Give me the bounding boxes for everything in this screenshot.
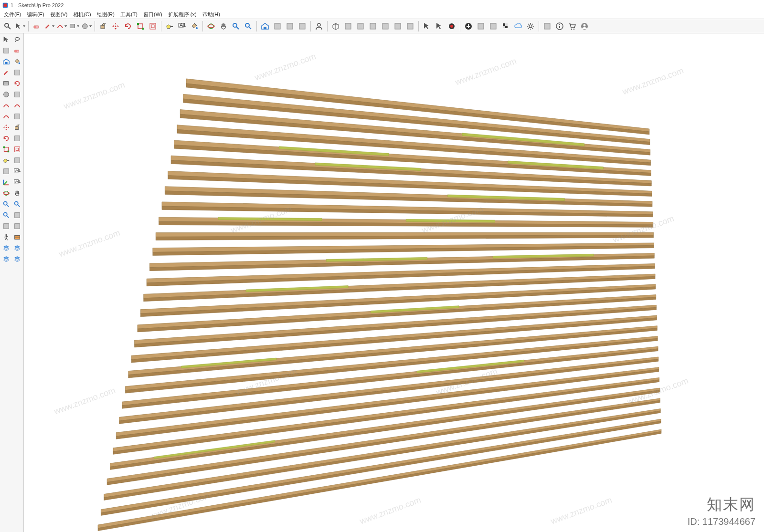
position-camera-icon[interactable] (1, 221, 11, 231)
menu-item[interactable]: 帮助(H) (200, 10, 223, 19)
gear-icon[interactable] (525, 21, 536, 32)
move-icon[interactable] (110, 21, 121, 32)
svg-rect-11 (137, 23, 139, 25)
select-all-icon[interactable] (421, 21, 433, 32)
viewport[interactable]: www.znzmo.comwww.znzmo.comwww.znzmo.comw… (24, 33, 764, 532)
sheet-icon[interactable] (488, 21, 499, 32)
iso-icon[interactable] (330, 21, 341, 32)
user-icon[interactable] (313, 21, 325, 32)
pushpull-icon[interactable] (12, 122, 22, 133)
rotate-icon[interactable] (1, 133, 11, 144)
zoom-icon[interactable] (1, 199, 11, 209)
orbit-icon[interactable] (1, 188, 11, 198)
zoom-extents-icon[interactable] (1, 210, 11, 220)
right-icon[interactable] (367, 21, 379, 32)
circle-icon[interactable] (1, 89, 11, 100)
window-icon[interactable] (541, 21, 553, 32)
rectangle-icon[interactable] (1, 78, 11, 89)
svg-rect-56 (4, 48, 9, 53)
pan-icon[interactable] (218, 21, 229, 32)
cart-icon[interactable] (566, 21, 578, 32)
polygon-icon[interactable] (12, 89, 22, 100)
offset-icon[interactable] (147, 21, 159, 32)
move-icon[interactable] (1, 122, 11, 133)
menu-item[interactable]: 相机(C) (70, 10, 94, 19)
tape-icon[interactable] (1, 155, 11, 166)
look-around-icon[interactable] (12, 221, 22, 231)
section-icon[interactable] (12, 232, 22, 242)
rotated-rect-icon[interactable] (12, 78, 22, 89)
record-icon[interactable] (446, 21, 457, 32)
zoom-extents-icon[interactable] (243, 21, 254, 32)
eraser-icon[interactable] (31, 21, 42, 32)
walk-icon[interactable] (1, 232, 11, 242)
checker-icon[interactable] (500, 21, 511, 32)
freehand-icon[interactable] (12, 67, 22, 78)
zoom-window-icon[interactable] (12, 199, 22, 209)
layers-icon[interactable] (1, 243, 11, 253)
layers3-icon[interactable] (1, 254, 11, 264)
menu-item[interactable]: 扩展程序 (x) (165, 10, 200, 19)
orbit-icon[interactable] (205, 21, 217, 32)
select-none-icon[interactable] (434, 21, 445, 32)
layers2-icon[interactable] (12, 243, 22, 253)
protractor-icon[interactable] (1, 166, 11, 177)
scale-icon[interactable] (135, 21, 146, 32)
arc-icon[interactable] (1, 100, 11, 111)
search-icon[interactable] (2, 21, 13, 32)
info-icon[interactable] (554, 21, 565, 32)
cloud-icon[interactable] (512, 21, 524, 32)
add-icon[interactable] (463, 21, 474, 32)
lasso-icon[interactable] (12, 34, 22, 45)
bottom-icon[interactable] (404, 21, 416, 32)
ext-manager-icon[interactable] (284, 21, 296, 32)
pie-icon[interactable] (12, 111, 22, 122)
rotate-icon[interactable] (122, 21, 134, 32)
paint-icon[interactable] (189, 21, 200, 32)
text-icon[interactable]: A1 (12, 166, 22, 177)
menu-item[interactable]: 窗口(W) (140, 10, 165, 19)
pan-icon[interactable] (12, 188, 22, 198)
svg-rect-72 (15, 147, 20, 152)
offset-icon[interactable] (12, 144, 22, 155)
menu-item[interactable]: 视图(V) (47, 10, 71, 19)
svg-rect-41 (490, 23, 496, 29)
profile-icon[interactable] (579, 21, 590, 32)
back-icon[interactable] (380, 21, 391, 32)
followme-icon[interactable] (12, 133, 22, 144)
pushpull-icon[interactable] (97, 21, 109, 32)
left-icon[interactable] (392, 21, 403, 32)
select-icon[interactable] (1, 34, 11, 45)
circle-icon[interactable] (81, 21, 92, 32)
warehouse-blue-icon[interactable] (1, 56, 11, 67)
dimension-icon[interactable] (12, 155, 22, 166)
rectangle-icon[interactable] (68, 21, 80, 32)
prev-view-icon[interactable] (12, 210, 22, 220)
pencil-icon[interactable] (1, 67, 11, 78)
axes-icon[interactable] (1, 177, 11, 188)
tape-icon[interactable] (164, 21, 175, 32)
arc-icon[interactable] (56, 21, 67, 32)
extensions-icon[interactable] (272, 21, 283, 32)
layers4-icon[interactable] (12, 254, 22, 264)
zoom-icon[interactable] (230, 21, 242, 32)
3dtext-icon[interactable]: A1 (12, 177, 22, 188)
text-icon[interactable]: A1 (176, 21, 188, 32)
eraser-icon[interactable] (12, 45, 22, 56)
arc2-icon[interactable] (12, 100, 22, 111)
pencil-icon[interactable] (43, 21, 55, 32)
paint-icon[interactable] (12, 56, 22, 67)
arc3-icon[interactable] (1, 111, 11, 122)
ext-store-icon[interactable] (297, 21, 308, 32)
make-component-icon[interactable] (1, 45, 11, 56)
box-icon[interactable] (475, 21, 487, 32)
scale-icon[interactable] (1, 144, 11, 155)
front-icon[interactable] (355, 21, 366, 32)
menu-item[interactable]: 编辑(E) (24, 10, 47, 19)
top-icon[interactable] (342, 21, 354, 32)
select-icon[interactable] (14, 21, 26, 32)
menu-item[interactable]: 绘图(R) (94, 10, 117, 19)
warehouse-icon[interactable] (259, 21, 271, 32)
menu-item[interactable]: 文件(F) (1, 10, 24, 19)
menu-item[interactable]: 工具(T) (117, 10, 140, 19)
